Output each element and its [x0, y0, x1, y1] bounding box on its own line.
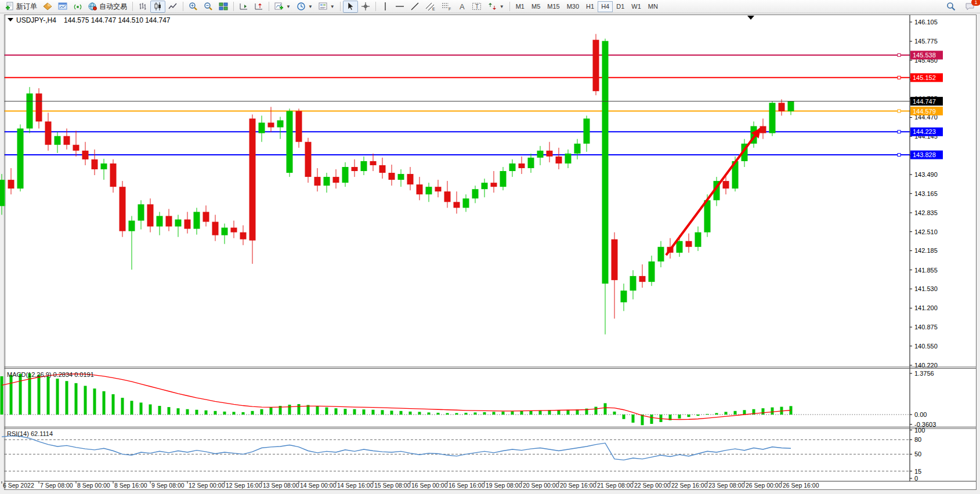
macd-bar	[613, 412, 616, 415]
candle	[305, 142, 312, 177]
timeframe-w1[interactable]: W1	[628, 1, 645, 12]
rsi-label: RSI(14) 62.1114	[7, 430, 53, 437]
candle	[444, 191, 451, 202]
timeframe-h4[interactable]: H4	[598, 1, 613, 12]
equidistant-channel-button[interactable]: E	[422, 1, 439, 13]
candle	[45, 122, 52, 145]
macd-bar	[530, 411, 533, 415]
arrows-button[interactable]: ▼	[485, 1, 507, 13]
auto-scroll-button[interactable]	[236, 1, 251, 13]
text-label-icon: T	[472, 2, 482, 11]
current-price-badge-text: 144.747	[913, 98, 936, 105]
indicators-button[interactable]: ▼	[272, 1, 294, 13]
timeframe-m5[interactable]: M5	[528, 1, 544, 12]
time-tick-label: 16 Sep 16:00	[449, 482, 485, 489]
candle	[769, 103, 776, 133]
macd-bar	[298, 404, 301, 415]
candle	[36, 93, 42, 121]
vertical-line-button[interactable]	[378, 1, 392, 13]
signals-button[interactable]	[70, 1, 85, 13]
zoom-in-button[interactable]	[186, 1, 201, 13]
price-level-badge-text: 145.538	[913, 52, 936, 59]
chart-shift-icon	[254, 2, 263, 11]
macd-bar	[38, 375, 41, 415]
candle	[723, 181, 729, 188]
styler-button[interactable]	[40, 1, 55, 13]
candle	[379, 165, 386, 173]
line-chart-button[interactable]	[165, 1, 180, 13]
candle	[203, 212, 209, 221]
candle	[268, 123, 274, 128]
candle	[788, 101, 794, 111]
timeframe-m30[interactable]: M30	[563, 1, 583, 12]
timeframe-h1[interactable]: H1	[583, 1, 598, 12]
svg-text:A: A	[460, 2, 465, 11]
macd-bar	[604, 403, 607, 415]
zoom-out-button[interactable]	[201, 1, 216, 13]
candle	[8, 180, 15, 188]
new-order-button[interactable]: 新订单	[2, 1, 40, 13]
trendline-button[interactable]	[407, 1, 422, 13]
candle	[704, 200, 711, 232]
candle	[259, 123, 265, 133]
timeframe-d1[interactable]: D1	[613, 1, 628, 12]
toolbar-separator	[269, 2, 269, 11]
candle	[166, 216, 172, 226]
horizontal-line-button[interactable]	[392, 1, 407, 13]
macd-bar	[390, 411, 393, 415]
timeframe-mn[interactable]: MN	[645, 1, 661, 12]
macd-bar	[678, 415, 681, 419]
time-tick-label: 12 Sep 16:00	[226, 482, 262, 489]
macd-bar	[697, 415, 700, 416]
candlestick-chart-button[interactable]	[150, 1, 165, 13]
dropdown-caret: ▼	[286, 4, 291, 9]
candle	[185, 220, 191, 229]
market-watch-button[interactable]	[55, 1, 70, 13]
macd-bar	[242, 412, 245, 415]
tile-windows-button[interactable]	[216, 1, 231, 13]
time-tick-label: 16 Sep 00:00	[411, 482, 448, 489]
search-button[interactable]	[943, 1, 959, 13]
macd-bar	[455, 413, 458, 415]
candle	[454, 202, 460, 208]
candle	[0, 180, 5, 206]
candle	[17, 129, 24, 189]
timeframe-m15[interactable]: M15	[544, 1, 563, 12]
candle	[277, 121, 284, 128]
main-toolbar: 新订单	[0, 0, 980, 13]
notifications-button[interactable]: 1	[962, 1, 978, 13]
templates-button[interactable]: ▼	[316, 1, 338, 13]
bar-chart-button[interactable]	[135, 1, 150, 13]
text-label-button[interactable]: T	[469, 1, 485, 13]
macd-bar	[734, 411, 737, 415]
price-tick-label: 140.550	[914, 343, 938, 350]
crosshair-button[interactable]	[358, 1, 373, 13]
candle	[426, 187, 432, 194]
price-tick-label: 143.490	[914, 171, 938, 178]
chart-title: USDJPY-,H4	[16, 16, 56, 24]
text-a-icon: A	[458, 2, 466, 11]
macd-bar	[261, 409, 263, 415]
candle	[361, 161, 367, 171]
rsi-tick-label: 15	[914, 468, 921, 475]
cursor-button[interactable]	[343, 1, 358, 13]
macd-bar	[56, 379, 59, 415]
timeframe-m1[interactable]: M1	[512, 1, 528, 12]
macd-bar	[706, 414, 709, 415]
periods-button[interactable]: ▼	[294, 1, 316, 13]
bar-chart-icon	[138, 2, 147, 11]
macd-bar	[177, 408, 180, 415]
text-button[interactable]: A	[455, 1, 469, 13]
toolbar-separator	[233, 2, 234, 11]
search-icon	[946, 2, 956, 11]
channel-icon: E	[425, 2, 436, 11]
candle	[194, 212, 200, 228]
chart-shift-button[interactable]	[251, 1, 266, 13]
time-tick-label: 26 Sep 00:00	[746, 482, 782, 489]
macd-bar	[372, 410, 375, 415]
fibonacci-button[interactable]: F	[439, 1, 455, 13]
macd-bar	[223, 412, 226, 415]
candle	[231, 228, 237, 233]
auto-trading-button[interactable]: 自动交易	[85, 1, 130, 13]
candle	[537, 151, 544, 158]
